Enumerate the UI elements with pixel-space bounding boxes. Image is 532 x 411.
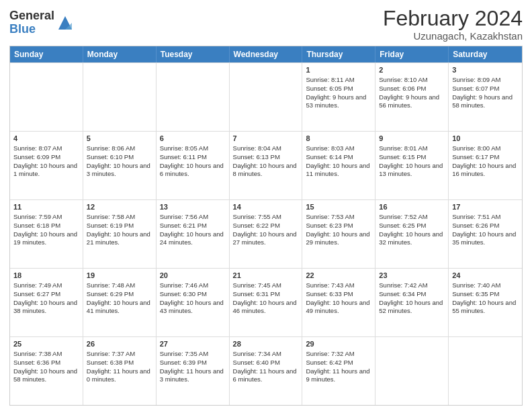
calendar-cell: 3Sunrise: 8:09 AMSunset: 6:07 PMDaylight… [449,63,522,131]
calendar-cell: 2Sunrise: 8:10 AMSunset: 6:06 PMDaylight… [375,63,449,131]
calendar-header-cell: Sunday [10,46,83,62]
day-number: 2 [379,65,445,75]
day-info-line: Sunrise: 7:55 AM [233,213,299,222]
main-title: February 2024 [383,7,523,30]
day-info-line: Daylight: 9 hours and 58 minutes. [452,93,519,111]
day-info-line: Sunrise: 8:04 AM [233,144,299,153]
day-info-line: Sunrise: 7:42 AM [379,281,445,290]
day-info-line: Sunrise: 8:10 AM [379,76,445,85]
title-block: February 2024 Uzunagach, Kazakhstan [383,7,523,42]
page-header: General Blue February 2024 Uzunagach, Ka… [9,7,523,42]
calendar-cell [375,337,449,405]
day-info-line: Sunset: 6:38 PM [87,359,152,367]
day-info-line: Sunrise: 8:01 AM [379,144,445,153]
day-info-line: Daylight: 10 hours and 19 minutes. [13,230,79,248]
calendar-header-cell: Thursday [302,46,375,62]
calendar-cell: 4Sunrise: 8:07 AMSunset: 6:09 PMDaylight… [10,132,83,199]
day-info-line: Sunrise: 7:59 AM [13,213,79,222]
day-info-line: Sunset: 6:07 PM [452,85,519,93]
calendar-header-cell: Friday [375,46,449,62]
day-info-line: Sunset: 6:29 PM [87,290,152,299]
day-number: 3 [452,65,519,75]
calendar-cell: 8Sunrise: 8:03 AMSunset: 6:14 PMDaylight… [302,132,375,199]
day-number: 14 [233,202,299,212]
day-number: 24 [452,271,519,281]
day-number: 7 [233,134,299,144]
day-number: 13 [160,202,226,212]
day-number: 9 [379,134,445,144]
day-info-line: Daylight: 9 hours and 53 minutes. [306,93,371,111]
day-info-line: Daylight: 10 hours and 6 minutes. [160,162,226,179]
day-info-line: Sunrise: 7:40 AM [452,281,519,290]
calendar-cell: 28Sunrise: 7:34 AMSunset: 6:40 PMDayligh… [230,337,303,405]
day-info-line: Daylight: 10 hours and 46 minutes. [233,299,299,316]
calendar-cell: 18Sunrise: 7:49 AMSunset: 6:27 PMDayligh… [10,269,83,336]
day-info-line: Sunrise: 7:52 AM [379,213,445,222]
day-info-line: Sunset: 6:31 PM [233,290,299,299]
day-info-line: Daylight: 10 hours and 24 minutes. [160,230,226,248]
calendar-cell: 23Sunrise: 7:42 AMSunset: 6:34 PMDayligh… [375,269,449,336]
day-info-line: Daylight: 10 hours and 58 minutes. [13,367,79,385]
calendar-cell [157,63,230,131]
calendar-cell: 20Sunrise: 7:46 AMSunset: 6:30 PMDayligh… [157,269,230,336]
day-info-line: Sunset: 6:23 PM [306,222,371,230]
day-info-line: Daylight: 10 hours and 3 minutes. [87,162,152,179]
day-info-line: Sunset: 6:34 PM [379,290,445,299]
day-number: 16 [379,202,445,212]
day-info-line: Sunset: 6:11 PM [160,153,226,162]
day-info-line: Sunrise: 8:00 AM [452,144,519,153]
day-info-line: Sunset: 6:39 PM [160,359,226,367]
day-number: 12 [87,202,152,212]
logo-icon [56,13,75,32]
day-info-line: Daylight: 10 hours and 13 minutes. [379,162,445,179]
calendar-week-row: 18Sunrise: 7:49 AMSunset: 6:27 PMDayligh… [10,268,522,336]
calendar-cell: 27Sunrise: 7:35 AMSunset: 6:39 PMDayligh… [157,337,230,405]
day-number: 6 [160,134,226,144]
day-info-line: Daylight: 10 hours and 49 minutes. [306,299,371,316]
calendar-week-row: 1Sunrise: 8:11 AMSunset: 6:05 PMDaylight… [10,62,522,131]
day-info-line: Daylight: 10 hours and 16 minutes. [452,162,519,179]
day-number: 23 [379,271,445,281]
day-info-line: Daylight: 10 hours and 41 minutes. [87,299,152,316]
day-info-line: Sunset: 6:35 PM [452,290,519,299]
subtitle: Uzunagach, Kazakhstan [383,30,523,42]
calendar-cell [10,63,83,131]
day-info-line: Sunrise: 7:43 AM [306,281,371,290]
day-info-line: Sunset: 6:27 PM [13,290,79,299]
day-info-line: Sunset: 6:05 PM [306,85,371,93]
calendar-cell: 1Sunrise: 8:11 AMSunset: 6:05 PMDaylight… [302,63,375,131]
day-info-line: Sunset: 6:25 PM [379,222,445,230]
calendar-week-row: 25Sunrise: 7:38 AMSunset: 6:36 PMDayligh… [10,336,522,405]
day-info-line: Sunrise: 7:35 AM [160,350,226,359]
calendar-cell: 13Sunrise: 7:56 AMSunset: 6:21 PMDayligh… [157,200,230,268]
day-info-line: Sunset: 6:09 PM [13,153,79,162]
calendar-header-cell: Monday [83,46,157,62]
day-info-line: Daylight: 10 hours and 55 minutes. [452,299,519,316]
day-number: 26 [87,339,152,349]
day-number: 27 [160,339,226,349]
day-info-line: Sunset: 6:13 PM [233,153,299,162]
calendar-cell: 24Sunrise: 7:40 AMSunset: 6:35 PMDayligh… [449,269,522,336]
day-info-line: Sunrise: 7:48 AM [87,281,152,290]
day-info-line: Daylight: 10 hours and 32 minutes. [379,230,445,248]
calendar-cell: 11Sunrise: 7:59 AMSunset: 6:18 PMDayligh… [10,200,83,268]
day-info-line: Sunrise: 7:58 AM [87,213,152,222]
day-info-line: Daylight: 10 hours and 21 minutes. [87,230,152,248]
day-info-line: Daylight: 10 hours and 27 minutes. [233,230,299,248]
day-info-line: Sunset: 6:17 PM [452,153,519,162]
calendar-cell: 25Sunrise: 7:38 AMSunset: 6:36 PMDayligh… [10,337,83,405]
day-info-line: Sunrise: 7:38 AM [13,350,79,359]
day-info-line: Daylight: 11 hours and 6 minutes. [233,367,299,385]
day-info-line: Sunrise: 8:06 AM [87,144,152,153]
day-info-line: Daylight: 11 hours and 9 minutes. [306,367,371,385]
day-info-line: Daylight: 10 hours and 35 minutes. [452,230,519,248]
calendar-cell: 14Sunrise: 7:55 AMSunset: 6:22 PMDayligh… [230,200,303,268]
calendar-week-row: 4Sunrise: 8:07 AMSunset: 6:09 PMDaylight… [10,131,522,199]
day-info-line: Sunset: 6:36 PM [13,359,79,367]
calendar-cell: 9Sunrise: 8:01 AMSunset: 6:15 PMDaylight… [375,132,449,199]
calendar-page: General Blue February 2024 Uzunagach, Ka… [0,0,532,411]
day-info-line: Daylight: 9 hours and 56 minutes. [379,93,445,111]
day-info-line: Sunset: 6:33 PM [306,290,371,299]
day-number: 5 [87,134,152,144]
day-info-line: Sunrise: 7:56 AM [160,213,226,222]
